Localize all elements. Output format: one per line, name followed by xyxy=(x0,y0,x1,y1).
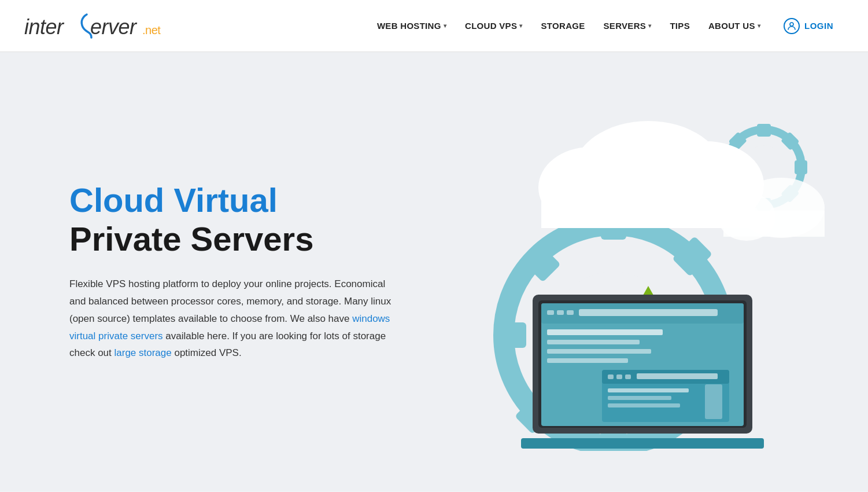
user-icon xyxy=(784,18,800,34)
svg-rect-37 xyxy=(547,310,554,315)
svg-rect-54 xyxy=(705,384,722,419)
svg-rect-38 xyxy=(557,310,564,315)
svg-rect-48 xyxy=(616,374,622,379)
login-button[interactable]: LOGIN xyxy=(772,13,845,39)
svg-rect-42 xyxy=(547,340,640,344)
nav-about-us[interactable]: ABOUT US ▾ xyxy=(701,16,767,35)
hero-content: Cloud Virtual Private Servers Flexible V… xyxy=(69,181,393,362)
large-storage-link[interactable]: large storage xyxy=(114,347,172,358)
hero-section: Cloud Virtual Private Servers Flexible V… xyxy=(0,52,868,491)
svg-rect-55 xyxy=(521,438,764,449)
svg-rect-44 xyxy=(547,358,628,363)
chevron-down-icon: ▾ xyxy=(519,23,522,29)
svg-rect-16 xyxy=(757,124,771,137)
chevron-down-icon: ▾ xyxy=(444,23,446,29)
svg-rect-52 xyxy=(608,396,671,400)
svg-rect-30 xyxy=(723,211,825,237)
nav-web-hosting[interactable]: WEB HOSTING ▾ xyxy=(370,16,453,35)
svg-rect-43 xyxy=(547,349,651,354)
svg-rect-47 xyxy=(608,374,614,379)
chevron-down-icon: ▾ xyxy=(758,23,760,29)
hero-title: Cloud Virtual Private Servers xyxy=(69,181,393,258)
nav-tips[interactable]: TIPS xyxy=(663,16,697,35)
nav-storage[interactable]: STORAGE xyxy=(534,16,592,35)
nav-cloud-vps[interactable]: CLOUD VPS ▾ xyxy=(458,16,530,35)
header: inter erver .net WEB HOSTING ▾ CLOUD VPS… xyxy=(0,0,868,52)
svg-rect-53 xyxy=(608,403,680,407)
svg-rect-19 xyxy=(795,160,807,174)
nav-servers[interactable]: SERVERS ▾ xyxy=(597,16,659,35)
svg-rect-41 xyxy=(547,329,663,335)
svg-rect-8 xyxy=(494,322,526,348)
svg-text:.net: .net xyxy=(142,24,161,36)
svg-rect-49 xyxy=(625,374,631,379)
hero-description: Flexible VPS hosting platform to deploy … xyxy=(69,276,393,362)
svg-text:erver: erver xyxy=(90,15,138,39)
hero-illustration xyxy=(457,92,833,451)
main-nav: WEB HOSTING ▾ CLOUD VPS ▾ STORAGE SERVER… xyxy=(370,13,845,39)
svg-rect-50 xyxy=(637,373,718,379)
chevron-down-icon: ▾ xyxy=(648,23,651,29)
svg-rect-51 xyxy=(608,388,689,392)
svg-rect-39 xyxy=(567,310,574,315)
logo[interactable]: inter erver .net xyxy=(23,10,162,42)
svg-rect-40 xyxy=(579,309,718,316)
svg-text:inter: inter xyxy=(24,15,65,39)
svg-point-3 xyxy=(790,23,793,26)
